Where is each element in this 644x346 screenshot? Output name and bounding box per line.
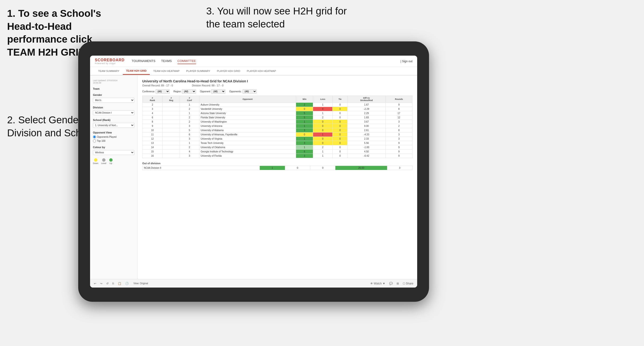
- clock-button[interactable]: 🕐: [124, 281, 130, 286]
- radio-opponents-played-input[interactable]: [93, 135, 96, 139]
- annotation-3: 3. You will now see H2H grid for the tea…: [206, 5, 353, 30]
- region-filter-label: Region: [174, 90, 181, 93]
- cell-3: Florida State University: [199, 116, 296, 120]
- colour-select[interactable]: Win/loss: [93, 150, 134, 155]
- cell-3: University of Florida: [199, 154, 296, 158]
- cell-2: 3: [180, 137, 199, 141]
- layout-button[interactable]: ⊞: [396, 281, 400, 286]
- out-cell-3: 0: [310, 166, 336, 170]
- cell-7: -4.33: [348, 133, 386, 137]
- cell-1: [162, 107, 180, 111]
- tablet-device: SCOREBOARD Powered by clippi TOURNAMENTS…: [78, 41, 429, 302]
- sidebar-team-section: Team: [93, 87, 134, 90]
- gender-label: Gender: [93, 93, 134, 96]
- cell-1: [162, 116, 180, 120]
- nav-tournaments[interactable]: TOURNAMENTS: [132, 58, 156, 64]
- filter-opponents: Opponents: (All): [229, 89, 257, 94]
- cell-5: 1: [313, 154, 332, 158]
- cell-4: 2: [296, 103, 313, 107]
- cell-1: [162, 133, 180, 137]
- cell-4: 1: [296, 124, 313, 128]
- cell-3: University of Arizona: [199, 124, 296, 128]
- cell-2: 2: [180, 120, 199, 124]
- cell-5: 2: [313, 145, 332, 150]
- opponent-view-radio-group: Opponents Played Top 100: [93, 135, 134, 143]
- cell-3: Arizona State University: [199, 111, 296, 116]
- cell-0: 4: [142, 111, 162, 116]
- sub-nav-player-h2h-heatmap[interactable]: PLAYER H2H HEATMAP: [244, 68, 279, 74]
- table-row: 116University of Arkansas, Fayetteville0…: [142, 133, 412, 137]
- filter-conference: Conference (All): [142, 89, 170, 94]
- legend-up-dot: [109, 158, 112, 162]
- filter-opponent: Opponent (All): [200, 89, 226, 94]
- redo-button[interactable]: ↪: [99, 281, 103, 286]
- copy-button[interactable]: ⎘: [112, 281, 115, 286]
- nav-committee[interactable]: COMMITTEE: [178, 58, 196, 64]
- nav-teams[interactable]: TEAMS: [161, 58, 172, 64]
- table-row: 82University of Washington1003.673: [142, 120, 412, 124]
- cell-5: 1: [313, 150, 332, 154]
- sub-nav-team-summary[interactable]: TEAM SUMMARY: [95, 68, 123, 74]
- cell-5: 4: [313, 107, 332, 111]
- out-of-division: Out of division NCAA Division II10026.00…: [142, 162, 412, 170]
- cell-7: 3.67: [348, 120, 386, 124]
- cell-6: 0: [332, 120, 348, 124]
- gender-select[interactable]: Men's: [93, 98, 134, 103]
- cell-8: 3: [386, 137, 412, 141]
- sub-nav-team-h2h-grid[interactable]: TEAM H2H GRID: [123, 67, 150, 75]
- opponents-filter-label: Opponents:: [229, 90, 242, 93]
- legend-level-dot: [102, 158, 106, 162]
- main-content: Last Updated: 27/03/2024 16:55:38 Team G…: [90, 75, 417, 279]
- undo-button[interactable]: ↩: [93, 281, 97, 286]
- cell-4: 0: [296, 107, 313, 111]
- division-select[interactable]: NCAA Division I: [93, 110, 134, 115]
- cell-7: 5.56: [348, 141, 386, 145]
- cell-3: Auburn University: [199, 103, 296, 107]
- cell-6: 0: [332, 133, 348, 137]
- region-filter-select[interactable]: (All): [182, 89, 196, 94]
- legend-level: Level: [101, 158, 106, 165]
- cell-6: 0: [332, 145, 348, 150]
- cell-7: 9.00: [348, 124, 386, 128]
- cell-0: 11: [142, 133, 162, 137]
- sidebar-school-section: School (Rank) 1. University of Nort...: [93, 119, 134, 128]
- radio-opponents-played[interactable]: Opponents Played: [93, 135, 134, 139]
- col-rounds: Rounds: [386, 96, 412, 103]
- comment-button[interactable]: 💬: [388, 281, 394, 286]
- opponent-filter-select[interactable]: (All): [211, 89, 226, 94]
- cell-1: [162, 103, 180, 107]
- radio-top100-input[interactable]: [93, 139, 96, 143]
- cell-4: 6: [296, 150, 313, 154]
- opponents-filter-select[interactable]: (All): [242, 89, 257, 94]
- school-select[interactable]: 1. University of Nort...: [93, 123, 134, 128]
- sub-nav-team-h2h-heatmap[interactable]: TEAM H2H HEATMAP: [150, 68, 183, 74]
- cell-4: 3: [296, 128, 313, 133]
- cell-4: 5: [296, 111, 313, 116]
- cell-1: [162, 120, 180, 124]
- cell-2: 1: [180, 103, 199, 107]
- radio-top100[interactable]: Top 100: [93, 139, 134, 143]
- table-row: 93University of Arizona1009.002: [142, 124, 412, 128]
- school-label: School (Rank): [93, 119, 134, 121]
- table-row: 105University of Alabama3002.618: [142, 128, 412, 133]
- cell-7: -2.29: [348, 107, 386, 111]
- watch-button[interactable]: 👁 Watch ▼: [369, 281, 386, 286]
- refresh-button[interactable]: ↺: [105, 281, 110, 286]
- cell-7: 4.50: [348, 150, 386, 154]
- sub-nav-player-summary[interactable]: PLAYER SUMMARY: [183, 68, 214, 74]
- cell-8: 9: [386, 150, 412, 154]
- paste-button[interactable]: 📋: [117, 281, 122, 286]
- table-row: 41Arizona State University5102.2917: [142, 111, 412, 116]
- cell-5: 1: [313, 111, 332, 116]
- cell-0: 10: [142, 128, 162, 133]
- cell-1: [162, 128, 180, 133]
- cell-5: 0: [313, 128, 332, 133]
- sub-nav-player-h2h-grid[interactable]: PLAYER H2H GRID: [214, 68, 244, 74]
- conference-filter-select[interactable]: (All): [156, 89, 170, 94]
- sidebar-division-section: Division NCAA Division I: [93, 106, 134, 115]
- sign-out-link[interactable]: | Sign out: [400, 60, 413, 63]
- share-button[interactable]: ⬡ Share: [402, 281, 414, 286]
- cell-2: 2: [180, 116, 199, 120]
- cell-2: 4: [180, 150, 199, 154]
- cell-4: 1: [296, 137, 313, 141]
